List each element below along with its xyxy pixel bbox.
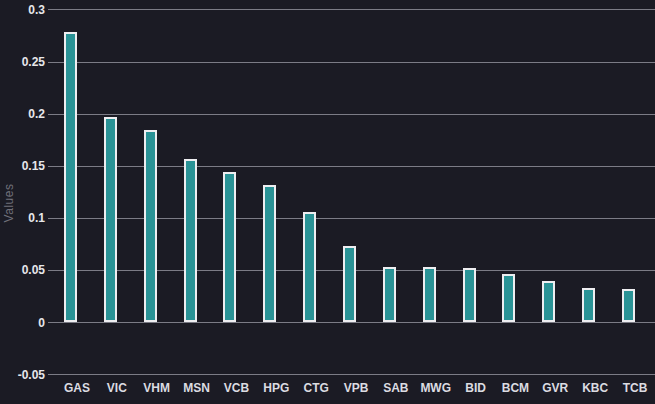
bar-VCB: [223, 172, 236, 322]
y-tick-label: 0.05: [0, 263, 45, 277]
y-tick-label: -0.05: [0, 368, 45, 382]
y-tick-label: 0.1: [0, 211, 45, 225]
bar-VPB: [343, 246, 356, 322]
y-tick-label: 0.3: [0, 3, 45, 17]
y-tick-label: 0.25: [0, 55, 45, 69]
bar-CTG: [303, 212, 316, 322]
bar-GAS: [64, 32, 77, 323]
gridline-0.3: [48, 9, 655, 10]
bar-TCB: [622, 289, 635, 322]
x-tick-label-TCB: TCB: [607, 381, 655, 395]
y-tick-label: 0.15: [0, 159, 45, 173]
y-tick-label: 0.2: [0, 107, 45, 121]
bar-MSN: [184, 159, 197, 323]
bar-chart: Values 0.30.250.20.150.10.050-0.05GASVIC…: [0, 0, 655, 404]
bar-HPG: [263, 185, 276, 323]
y-tick-label: 0: [0, 316, 45, 330]
bar-MWG: [423, 267, 436, 322]
bar-SAB: [383, 267, 396, 322]
bar-BCM: [502, 274, 515, 323]
gridline-0.25: [48, 62, 655, 63]
bar-VIC: [104, 117, 117, 322]
bar-VHM: [144, 130, 157, 323]
bar-BID: [463, 268, 476, 322]
gridline-0.2: [48, 114, 655, 115]
gridline--0.05: [48, 374, 655, 375]
bar-GVR: [542, 281, 555, 323]
bar-KBC: [582, 288, 595, 322]
gridline-0.1: [48, 218, 655, 219]
gridline-0.15: [48, 166, 655, 167]
